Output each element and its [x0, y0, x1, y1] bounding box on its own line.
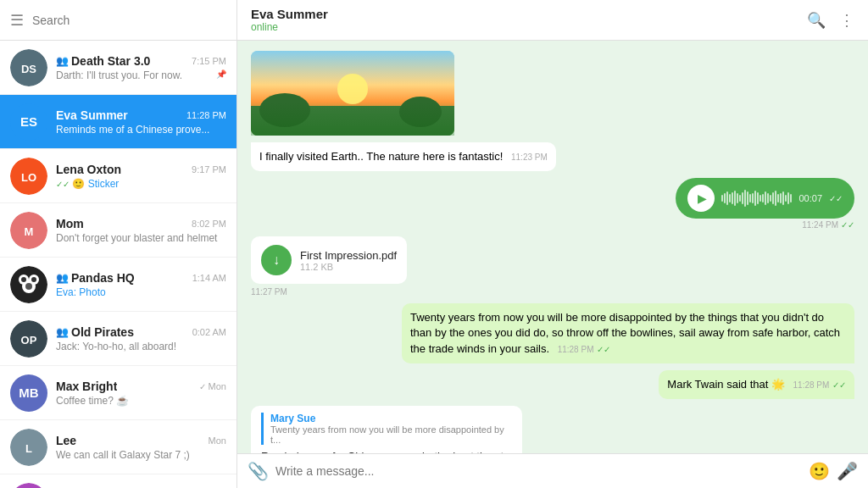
- play-button[interactable]: ▶: [687, 185, 715, 212]
- hamburger-icon[interactable]: ☰: [10, 11, 24, 30]
- chat-item-mom[interactable]: MMom8:02 PMDon't forget your blaster and…: [0, 203, 236, 258]
- chat-preview: ✓✓ 🙂 Sticker: [56, 178, 226, 190]
- chat-item-max-bright[interactable]: MBMax Bright✓ MonCoffee time? ☕: [0, 366, 236, 420]
- wave-bar: [739, 195, 741, 202]
- chat-preview: Darth: I'll trust you. For now.📌: [56, 69, 226, 81]
- avatar: OP: [10, 320, 47, 358]
- wave-bar: [724, 193, 726, 203]
- svg-point-12: [25, 283, 32, 290]
- svg-point-22: [259, 93, 310, 127]
- emoji-icon[interactable]: 🙂: [809, 461, 830, 481]
- wave-bar: [729, 194, 731, 202]
- avatar: ES: [10, 103, 47, 141]
- svg-text:LO: LO: [21, 170, 36, 183]
- svg-point-11: [31, 277, 36, 282]
- svg-text:M: M: [25, 225, 34, 237]
- more-options-icon[interactable]: ⋮: [839, 11, 854, 30]
- chat-item-old-pirates[interactable]: OP👥 Old Pirates0:02 AMJack: Yo-ho-ho, al…: [0, 312, 236, 366]
- chat-time: 8:02 PM: [192, 219, 226, 229]
- search-input[interactable]: [32, 14, 226, 27]
- chat-name: Eva Summer: [56, 108, 128, 122]
- avatar: AZ: [10, 483, 47, 489]
- reply-bubble: Mary Sue Twenty years from now you will …: [251, 406, 522, 453]
- avatar: LO: [10, 158, 47, 195]
- group-icon: 👥: [56, 55, 69, 67]
- chat-time: 11:28 PM: [186, 110, 226, 120]
- message-time: 11:28 PM: [558, 345, 594, 354]
- message-bubble: I finally visited Earth.. The nature her…: [251, 142, 556, 171]
- avatar: MB: [10, 374, 47, 412]
- mic-icon[interactable]: 🎤: [837, 461, 858, 481]
- wave-bar: [767, 193, 769, 203]
- avatar: DS: [10, 49, 47, 86]
- message-file-received: ↓ First Impression.pdf 11.2 KB 11:27 PM: [251, 236, 407, 297]
- chat-info: 👥 Death Star 3.07:15 PMDarth: I'll trust…: [56, 54, 226, 81]
- message-text: Mark Twain said that 🌟: [667, 378, 785, 391]
- avatar: [10, 266, 47, 303]
- chat-header-info: Eva Summer online: [251, 7, 807, 33]
- chat-preview: Jack: Yo-ho-ho, all aboard!: [56, 341, 226, 352]
- play-icon: ▶: [698, 191, 707, 205]
- wave-bar: [754, 191, 756, 206]
- chat-name: Lena Oxton: [56, 163, 121, 176]
- message-voice-sent: ▶ 00:07 ✓✓ 11:24 PM ✓✓: [676, 178, 854, 230]
- chat-info: 👥 Old Pirates0:02 AMJack: Yo-ho-ho, all …: [56, 325, 226, 352]
- file-download-button[interactable]: ↓: [261, 245, 292, 275]
- file-info: First Impression.pdf 11.2 KB: [300, 249, 397, 272]
- sidebar-header: ☰: [0, 0, 236, 41]
- message-text-received-1: I finally visited Earth.. The nature her…: [251, 142, 556, 171]
- svg-rect-21: [251, 106, 454, 136]
- chat-item-death-star[interactable]: DS👥 Death Star 3.07:15 PMDarth: I'll tru…: [0, 41, 236, 95]
- wave-bar: [790, 194, 792, 202]
- wave-bar: [777, 194, 779, 202]
- file-bubble: ↓ First Impression.pdf 11.2 KB: [251, 236, 407, 284]
- chat-header-name: Eva Summer: [251, 7, 807, 21]
- wave-bar: [744, 190, 746, 207]
- avatar: M: [10, 212, 47, 249]
- attach-icon[interactable]: 📎: [248, 461, 269, 481]
- nature-image: [251, 51, 454, 136]
- chat-item-lena-oxton[interactable]: LOLena Oxton9:17 PM✓✓ 🙂 Sticker: [0, 149, 236, 203]
- message-image: [251, 51, 454, 136]
- wave-bar: [770, 195, 771, 202]
- wave-bar: [734, 191, 736, 206]
- chat-time: Mon: [209, 435, 226, 446]
- wave-bar: [747, 191, 748, 205]
- wave-bar: [726, 191, 728, 205]
- chat-name: Max Bright: [56, 380, 117, 393]
- chat-name: 👥 Pandas HQ: [56, 271, 135, 285]
- chat-time: 0:02 AM: [192, 327, 226, 337]
- chat-name: 👥 Death Star 3.0: [56, 54, 150, 68]
- chat-item-pandas-hq[interactable]: 👥 Pandas HQ1:14 AMEva: Photo: [0, 258, 236, 312]
- message-reply-received: Mary Sue Twenty years from now you will …: [251, 406, 522, 453]
- chat-name: 👥 Old Pirates: [56, 325, 134, 339]
- chat-item-lee[interactable]: LLeeMonWe can call it Galaxy Star 7 ;): [0, 420, 236, 474]
- wave-bar: [742, 192, 743, 204]
- message-bubble: Mark Twain said that 🌟 11:28 PM ✓✓: [659, 370, 854, 399]
- message-input[interactable]: [275, 464, 802, 478]
- wave-bar: [762, 194, 764, 202]
- chat-item-alexandra-z[interactable]: AZAlexandra ZMonWorkout_Shedule.pdf: [0, 474, 236, 488]
- search-icon[interactable]: 🔍: [807, 11, 826, 30]
- chat-info: LeeMonWe can call it Galaxy Star 7 ;): [56, 434, 226, 461]
- input-area: 📎 🙂 🎤: [237, 453, 868, 488]
- chat-preview: Don't forget your blaster and helmet: [56, 232, 226, 244]
- reply-quote: Mary Sue Twenty years from now you will …: [261, 413, 512, 445]
- message-time: 11:28 PM: [793, 380, 830, 390]
- file-name: First Impression.pdf: [300, 249, 397, 262]
- pin-icon: 📌: [216, 69, 226, 79]
- message-long-text-sent: Twenty years from now you will be more d…: [402, 303, 854, 363]
- svg-text:OP: OP: [21, 333, 37, 346]
- waveform: [721, 190, 792, 207]
- avatar: L: [10, 429, 47, 466]
- voice-bubble: ▶ 00:07 ✓✓: [676, 178, 854, 219]
- wave-bar: [757, 192, 759, 204]
- reply-author: Mary Sue: [270, 413, 512, 424]
- wave-bar: [760, 195, 761, 202]
- svg-point-23: [399, 97, 442, 127]
- chat-item-eva-summer[interactable]: ESEva Summer11:28 PMReminds me of a Chin…: [0, 95, 236, 149]
- chat-name: Mom: [56, 217, 84, 230]
- file-size: 11.2 KB: [300, 262, 397, 272]
- sidebar: ☰ DS👥 Death Star 3.07:15 PMDarth: I'll t…: [0, 0, 237, 488]
- group-icon: 👥: [56, 272, 69, 284]
